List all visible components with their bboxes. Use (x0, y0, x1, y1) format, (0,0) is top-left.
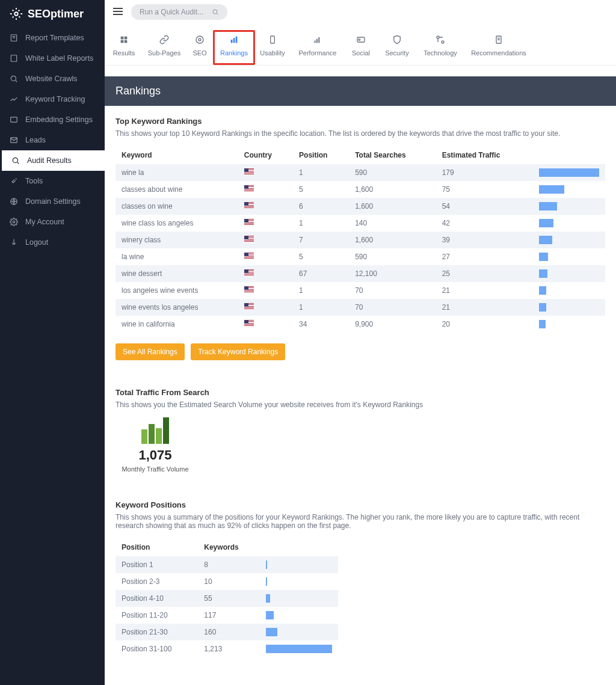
nav-white-label-reports[interactable]: White Label Reports (0, 48, 105, 69)
cell-bar (533, 265, 605, 282)
tabbar: Results Sub-Pages SEO Rankings Usability… (105, 24, 616, 66)
flag-us-icon (244, 269, 254, 276)
cell-traffic: 54 (436, 198, 533, 215)
cell-keyword: winery class (116, 232, 238, 248)
svg-rect-10 (121, 37, 124, 40)
table-row: classes on wine61,60054 (116, 198, 605, 215)
tab-rankings[interactable]: Rankings (213, 30, 255, 65)
topbar: Run a Quick Audit... (105, 0, 616, 24)
content-scroll[interactable]: Rankings Top Keyword Rankings This shows… (105, 66, 616, 684)
nav-label: Audit Results (27, 156, 72, 165)
cell-country (238, 215, 293, 232)
svg-rect-16 (231, 40, 233, 43)
cell-bar (260, 573, 338, 590)
flag-us-icon (244, 303, 254, 310)
svg-point-3 (11, 76, 16, 81)
nav-leads[interactable]: Leads (0, 130, 105, 150)
cell-bar (533, 232, 605, 248)
top-rankings-title: Top Keyword Rankings (116, 117, 605, 126)
svg-rect-2 (11, 55, 16, 62)
tab-security[interactable]: Security (378, 30, 416, 65)
svg-rect-17 (233, 38, 235, 43)
svg-rect-11 (125, 37, 128, 40)
track-keyword-rankings-button[interactable]: Track Keyword Rankings (191, 343, 285, 360)
tab-label: Recommendations (471, 49, 526, 57)
nav-embedding-settings[interactable]: Embedding Settings (0, 109, 105, 130)
traffic-panel: Total Traffic From Search This shows you… (116, 377, 605, 473)
cell-keyword: wine dessert (116, 265, 238, 282)
cell-position: Position 1 (116, 556, 198, 573)
see-all-rankings-button[interactable]: See All Rankings (116, 343, 185, 360)
table-row: wine class los angeles114042 (116, 215, 605, 232)
col-keyword: Keyword (116, 146, 238, 164)
cell-position: 1 (293, 282, 349, 299)
traffic-label: Monthly Traffic Volume (119, 465, 191, 473)
tab-performance[interactable]: Performance (291, 30, 344, 65)
nav-domain-settings[interactable]: Domain Settings (0, 191, 105, 212)
cell-bar (533, 316, 605, 333)
cell-keyword: la wine (116, 248, 238, 265)
nav-report-templates[interactable]: Report Templates (0, 28, 105, 48)
cell-position: Position 11-20 (116, 607, 198, 624)
table-row: Position 4-1055 (116, 590, 338, 607)
nav-label: White Label Reports (25, 54, 93, 63)
nav-tools[interactable]: Tools (0, 171, 105, 191)
table-row: Position 11-20117 (116, 607, 338, 624)
cell-keyword: wine la (116, 164, 238, 181)
tab-seo[interactable]: SEO (185, 30, 214, 65)
nav-keyword-tracking[interactable]: Keyword Tracking (0, 89, 105, 109)
tab-recommendations[interactable]: Recommendations (464, 30, 533, 65)
cell-searches: 1,600 (349, 232, 436, 248)
positions-table: Position Keywords Position 18Position 2-… (116, 538, 338, 657)
search-input[interactable]: Run a Quick Audit... (131, 4, 227, 20)
cell-position: 1 (293, 215, 349, 232)
cell-position: 34 (293, 316, 349, 333)
svg-point-15 (199, 38, 201, 41)
cell-searches: 9,900 (349, 316, 436, 333)
tab-technology[interactable]: Technology (416, 30, 464, 65)
nav-logout[interactable]: Logout (0, 232, 105, 253)
nav-label: Domain Settings (25, 197, 81, 206)
cell-position: 1 (293, 164, 349, 181)
traffic-bars-icon (119, 417, 191, 444)
traffic-desc: This shows you the Estimated Search Volu… (116, 401, 605, 409)
search-placeholder: Run a Quick Audit... (140, 8, 203, 16)
tab-usability[interactable]: Usability (254, 30, 291, 65)
cell-traffic: 21 (436, 282, 533, 299)
top-rankings-desc: This shows your top 10 Keyword Rankings … (116, 129, 605, 138)
tab-label: Technology (424, 49, 457, 57)
nav-website-crawls[interactable]: Website Crawls (0, 69, 105, 89)
cell-traffic: 42 (436, 215, 533, 232)
cell-position: 5 (293, 248, 349, 265)
positions-title: Keyword Positions (116, 500, 605, 509)
nav-label: Logout (25, 238, 48, 247)
cell-searches: 590 (349, 164, 436, 181)
flag-us-icon (244, 286, 254, 293)
tab-label: Performance (299, 49, 337, 57)
positions-panel: Keyword Positions This shows you a summa… (116, 490, 605, 657)
table-row: los angeles wine events17021 (116, 282, 605, 299)
nav-audit-results[interactable]: Audit Results (0, 150, 105, 171)
nav-my-account[interactable]: My Account (0, 212, 105, 232)
cell-searches: 590 (349, 248, 436, 265)
col-searches: Total Searches (349, 146, 436, 164)
tab-results[interactable]: Results (105, 30, 143, 65)
cell-bar (260, 607, 338, 624)
top-rankings-panel: Top Keyword Rankings This shows your top… (116, 106, 605, 360)
hamburger-icon[interactable] (113, 8, 123, 16)
svg-rect-4 (11, 117, 17, 122)
svg-rect-21 (316, 39, 318, 43)
col-position: Position (293, 146, 349, 164)
cell-bar (260, 640, 338, 657)
flag-us-icon (244, 236, 254, 242)
tab-label: Usability (260, 49, 285, 57)
tab-social[interactable]: Social (344, 30, 378, 65)
cell-position: Position 4-10 (116, 590, 198, 607)
brand-logo: SEOptimer (0, 0, 105, 28)
cell-keywords: 160 (198, 624, 260, 640)
table-row: Position 18 (116, 556, 338, 573)
svg-rect-18 (236, 37, 238, 43)
cell-position: Position 2-3 (116, 573, 198, 590)
tab-sub-pages[interactable]: Sub-Pages (143, 30, 185, 65)
svg-point-26 (442, 41, 444, 43)
